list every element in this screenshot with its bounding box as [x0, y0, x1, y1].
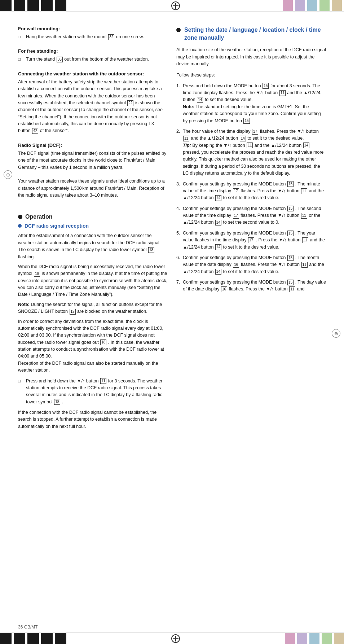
wall-mounting-section: For wall mounting: □ Hang the weather st… [18, 26, 168, 40]
dcf-manual-bullet: □ [18, 378, 26, 385]
ref-step3-15: 15 [287, 181, 294, 187]
ref-step4-17: 17 [233, 213, 239, 219]
step-6: 6. Confirm your settings by pressing the… [176, 254, 326, 275]
ref-22: 22 [127, 100, 133, 106]
page-footer: 36 GB/MT [18, 625, 38, 630]
ref-18b: 18 [34, 271, 40, 277]
wall-mounting-bullet: □ [18, 34, 26, 40]
step-4: 4. Confirm your settings by pressing the… [176, 205, 326, 226]
dcf-manual-para: If the connection with the DCF radio sig… [18, 409, 168, 430]
setting-intro: At the location site of the weather stat… [176, 47, 326, 67]
ref-step7-16: 16 [221, 286, 227, 292]
step-3-text: Confirm your settings by pressing the MO… [183, 181, 326, 202]
dcf-note: Note: During the search for the signal, … [18, 301, 168, 315]
ref-step2-11b: 11 [247, 143, 253, 148]
ref-step4-11: 11 [301, 213, 307, 219]
connecting-section: Connecting the weather station with the … [18, 71, 168, 135]
main-content: ⊕ ⊕ For wall mounting: □ Hang the weathe… [0, 12, 344, 452]
dcf-subheading: DCF radio signal reception [18, 223, 168, 229]
ref-step4-15: 15 [287, 206, 294, 211]
step-7: 7. Confirm your settings by pressing the… [176, 279, 326, 293]
free-standing-section: For free standing: □ Turn the stand 35 o… [18, 48, 168, 63]
radio-signal-section: Radio Signal (DCF): The DCF signal (time… [18, 143, 168, 199]
step-7-text: Confirm your settings by pressing the MO… [183, 279, 326, 293]
setting-heading-bullet [176, 28, 181, 32]
bottom-decorative-strip [0, 632, 344, 644]
right-margin-decoration: ⊕ [332, 329, 340, 338]
wall-mounting-text: Hang the weather station with the mount … [26, 34, 144, 40]
dcf-body: After the establishment of a connection … [18, 232, 168, 374]
operation-heading: Operation [18, 214, 168, 220]
step-4-num: 4. [176, 205, 183, 212]
steps-list: 1. Press and hold down the MODE button 1… [176, 83, 326, 293]
ref-32: 32 [108, 34, 114, 40]
step-2-text: The hour value of the time display 17 fl… [183, 128, 326, 177]
step-7-num: 7. [176, 279, 183, 286]
ref-11: 11 [100, 378, 106, 384]
ref-step5-15: 15 [287, 231, 294, 236]
setting-heading-text: Setting the date / language / location /… [184, 26, 326, 41]
ref-12: 12 [70, 309, 76, 315]
free-standing-bullet: □ [18, 56, 26, 63]
step-5-num: 5. [176, 230, 183, 237]
dcf-manual-text: Press and hold down the ▼/↑ button 11 fo… [26, 378, 168, 406]
step-5: 5. Confirm your settings by pressing the… [176, 230, 326, 251]
ref-18a: 18 [148, 247, 154, 253]
step-1-num: 1. [176, 83, 183, 89]
ref-step6-11: 11 [301, 262, 308, 268]
step-1: 1. Press and hold down the MODE button 1… [176, 83, 326, 124]
follow-steps-label: Follow these steps: [176, 72, 326, 79]
ref-step1-14: 14 [197, 97, 203, 103]
free-standing-text: Turn the stand 35 out from the bottom of… [26, 56, 149, 63]
ref-step3-17: 17 [233, 188, 239, 194]
step-3: 3. Confirm your settings by pressing the… [176, 181, 326, 202]
ref-18d: 18 [54, 399, 60, 405]
step-4-text: Confirm your settings by pressing the MO… [183, 205, 326, 226]
step-5-text: Confirm your settings by pressing the MO… [183, 230, 326, 251]
step-2: 2. The hour value of the time display 17… [176, 128, 326, 177]
left-circle-mark: ⊕ [4, 170, 12, 179]
ref-42: 42 [32, 128, 38, 134]
ref-step6-15: 15 [287, 255, 294, 261]
radio-signal-title: Radio Signal (DCF): [18, 143, 168, 148]
operation-heading-text: Operation [25, 214, 53, 220]
ref-step1-15: 15 [263, 83, 269, 89]
ref-step3-11: 11 [301, 188, 307, 194]
setting-heading: Setting the date / language / location /… [176, 26, 326, 41]
dcf-heading-text: DCF radio signal reception [25, 223, 89, 229]
dcf-manual-section: □ Press and hold down the ▼/↑ button 11 … [18, 378, 168, 430]
dcf-para3: In order to correct any deviations from … [18, 318, 168, 374]
ref-18c: 18 [100, 339, 106, 345]
connecting-body: After removal of the battery safety stri… [18, 79, 168, 135]
step-2-num: 2. [176, 128, 183, 135]
step-3-num: 3. [176, 181, 183, 188]
dcf-bullet [18, 224, 22, 228]
dcf-manual-bullet-item: □ Press and hold down the ▼/↑ button 11 … [18, 378, 168, 406]
dcf-para1: After the establishment of a connection … [18, 232, 168, 260]
ref-step5-11: 11 [302, 237, 308, 243]
right-circle-mark: ⊕ [332, 329, 340, 338]
ref-step6-14: 14 [215, 269, 221, 275]
left-column: For wall mounting: □ Hang the weather st… [18, 26, 168, 430]
ref-step2-14b: 14 [303, 143, 309, 148]
ref-step1-15b: 15 [243, 118, 250, 124]
ref-step2-11: 11 [183, 136, 189, 141]
ref-step4-14: 14 [215, 220, 221, 225]
divider-operation [18, 207, 168, 207]
wall-mounting-item: □ Hang the weather station with the moun… [18, 34, 168, 40]
ref-35: 35 [57, 57, 63, 62]
ref-step1-11: 11 [279, 90, 286, 96]
ref-step7-11: 11 [289, 286, 295, 292]
step-6-text: Confirm your settings by pressing the MO… [183, 254, 326, 275]
operation-bullet [18, 215, 22, 219]
ref-step6-16: 16 [233, 262, 239, 268]
page-container: ⊕ ⊕ For wall mounting: □ Hang the weathe… [0, 0, 344, 644]
radio-signal-body: The DCF signal (time signal transmitter)… [18, 150, 168, 199]
ref-step2-17: 17 [252, 129, 258, 135]
ref-step3-14: 14 [215, 195, 221, 201]
right-column: Setting the date / language / location /… [176, 26, 326, 430]
top-decorative-strip [0, 0, 344, 12]
ref-step5-17: 17 [248, 237, 254, 243]
step-1-text: Press and hold down the MODE button 15 f… [183, 83, 326, 124]
free-standing-item: □ Turn the stand 35 out from the bottom … [18, 56, 168, 63]
